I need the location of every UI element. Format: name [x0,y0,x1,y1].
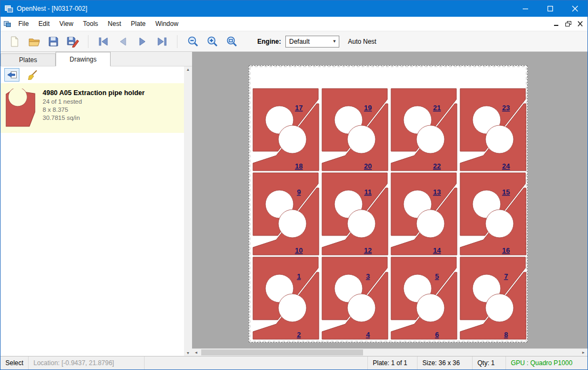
close-button[interactable] [563,1,587,17]
part-hole [278,125,306,153]
drawing-info: 4980 A05 Extraction pipe holder 24 of 1 … [43,87,145,129]
scroll-right-icon[interactable]: ► [579,349,587,356]
menu-plate[interactable]: Plate [126,17,151,31]
menu-bar: File Edit View Tools Nest Plate Window [1,17,587,31]
mdi-restore-button[interactable] [563,19,573,28]
nested-pair-19-20[interactable]: 1920 [322,89,388,171]
menu-nest[interactable]: Nest [103,17,126,31]
part-number: 10 [295,246,303,254]
nested-pair-9-10[interactable]: 910 [253,173,319,255]
sidebar-tabs: Plates Drawings [1,52,192,66]
save-edit-icon [66,36,79,48]
open-file-button[interactable] [24,33,44,50]
title-bar: OpenNest - [N0317-002] [1,1,587,17]
part-hole [278,210,306,238]
menu-tools[interactable]: Tools [78,17,103,31]
part-number: 23 [502,104,510,112]
nest-canvas[interactable]: 171819202122232491011121314151612345678 … [192,52,587,356]
drawing-dimensions: 8 x 8.375 [43,106,145,113]
status-qty: Qty: 1 [472,356,505,369]
clean-nest-button[interactable] [25,68,40,82]
part-number: 7 [504,272,508,280]
horizontal-scroll-thumb[interactable] [201,349,363,355]
part-hole [416,125,445,153]
zoom-in-button[interactable] [202,33,222,50]
menu-window[interactable]: Window [151,17,183,31]
nested-pair-15-16[interactable]: 1516 [460,173,526,255]
save-edit-button[interactable] [63,33,83,50]
mdi-window-controls [551,19,587,28]
nav-first-button[interactable] [94,33,113,50]
part-number: 9 [297,188,300,196]
menu-file[interactable]: File [13,17,33,31]
nav-first-icon [97,36,110,48]
window-title: OpenNest - [N0317-002] [17,5,87,12]
menu-file-label: File [18,20,29,28]
save-button[interactable] [44,33,63,50]
drawing-list-item[interactable]: 4980 A05 Extraction pipe holder 24 of 1 … [1,83,192,133]
status-plate-label: Plate: 1 of 1 [373,359,407,367]
maximize-icon [547,5,553,12]
toolbar-separator [88,35,88,48]
mdi-minimize-button[interactable] [551,19,561,28]
nested-pair-1-2[interactable]: 12 [253,257,319,339]
menu-view[interactable]: View [54,17,78,31]
nested-pair-23-24[interactable]: 2324 [460,89,526,171]
nested-pair-3-4[interactable]: 34 [322,257,388,339]
mdi-close-button[interactable] [575,19,585,28]
status-plate: Plate: 1 of 1 [367,356,417,369]
plate-svg[interactable]: 171819202122232491011121314151612345678 [249,66,527,342]
nested-pair-17-18[interactable]: 1718 [253,89,319,171]
status-size: Size: 36 x 36 [417,356,472,369]
drawing-nested-count: 24 of 1 nested [43,98,145,105]
auto-nest-label[interactable]: Auto Nest [348,38,377,45]
status-location: Location: [-0.9437, 21.8796] [29,356,145,369]
new-file-icon [9,36,20,48]
part-number: 14 [433,246,441,254]
nav-prev-icon [117,36,129,48]
nested-pair-11-12[interactable]: 1112 [322,173,388,255]
nested-pair-13-14[interactable]: 1314 [391,173,457,255]
scroll-left-icon[interactable]: ◄ [192,349,200,356]
tab-plates-label: Plates [19,56,37,64]
sidebar-vertical-scrollbar[interactable]: ▲ ▼ [184,66,192,356]
part-number: 11 [364,188,372,196]
zoom-out-icon [187,35,199,48]
nav-next-button[interactable] [133,33,152,50]
nested-pair-5-6[interactable]: 56 [391,257,457,339]
zoom-fit-button[interactable] [222,33,241,50]
engine-dropdown-value: Default [289,38,332,45]
replace-drawing-button[interactable] [4,68,19,82]
minimize-button[interactable] [513,1,538,17]
nav-last-button[interactable] [152,33,172,50]
part-number: 24 [502,162,510,170]
part-number: 12 [364,246,372,254]
nav-next-icon [136,36,149,48]
canvas-horizontal-scrollbar[interactable]: ◄ ► [192,348,587,356]
close-icon [572,5,578,12]
menu-edit[interactable]: Edit [33,17,54,31]
plate[interactable]: 171819202122232491011121314151612345678 [249,65,528,342]
new-file-button[interactable] [5,33,24,50]
engine-dropdown[interactable]: Default ▼ [285,36,339,48]
menu-edit-label: Edit [38,20,50,28]
menu-plate-label: Plate [131,20,146,28]
part-hole [416,294,445,322]
nav-prev-button[interactable] [113,33,133,50]
broom-icon [26,69,38,81]
maximize-button[interactable] [538,1,563,17]
document-icon[interactable] [1,20,13,28]
tab-plates[interactable]: Plates [1,53,56,66]
part-hole [347,125,375,153]
mdi-restore-icon [565,21,572,27]
nested-pair-7-8[interactable]: 78 [460,257,526,339]
app-icon [1,4,17,13]
nested-pair-21-22[interactable]: 2122 [391,89,457,171]
tab-drawings-label: Drawings [70,56,97,63]
status-size-label: Size: 36 x 36 [422,359,460,367]
zoom-out-button[interactable] [183,33,202,50]
sidebar: Plates Drawings [1,52,192,356]
tab-drawings[interactable]: Drawings [56,52,111,66]
status-gpu: GPU : Quadro P1000 [505,356,587,369]
part-hole [278,294,306,322]
